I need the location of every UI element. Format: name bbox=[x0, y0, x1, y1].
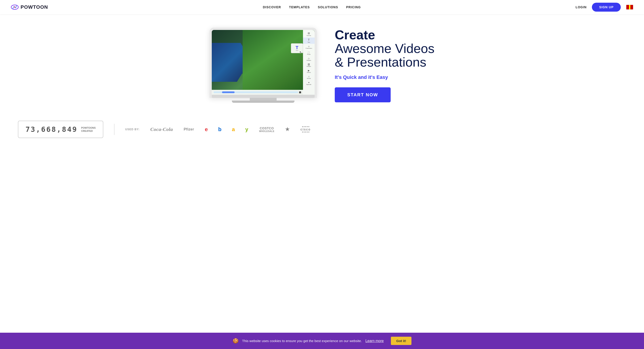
toolbar-scenes[interactable]: ⊞ Scenes bbox=[303, 31, 314, 37]
brand-cocacola: Coca‑Cola bbox=[150, 126, 173, 132]
toolbar-sound[interactable]: ♫ Sound bbox=[303, 74, 314, 80]
stats-counter-box: 73,668,849 POWTOONS CREATED bbox=[18, 121, 103, 138]
stats-divider bbox=[114, 124, 114, 135]
nav-links: DISCOVER TEMPLATES SOLUTIONS PRICING bbox=[263, 5, 361, 9]
toolbar-text[interactable]: T Text bbox=[303, 37, 314, 44]
logo[interactable]: POWTOON bbox=[11, 3, 48, 11]
toolbar-props[interactable]: ⬚ Props bbox=[303, 50, 314, 56]
nav-item-templates[interactable]: TEMPLATES bbox=[289, 5, 310, 9]
start-now-button[interactable]: START NOW bbox=[335, 87, 391, 102]
brand-logos: Coca‑Cola Pfizer ebay COSTCO WHOLESALE ★… bbox=[150, 126, 626, 132]
stats-bar: 73,668,849 POWTOONS CREATED USED BY: Coc… bbox=[0, 112, 644, 147]
login-button[interactable]: LOGIN bbox=[576, 5, 586, 9]
logo-icon bbox=[11, 3, 19, 11]
text-tool-icon: T bbox=[296, 45, 298, 50]
brand-ebay-2: b bbox=[218, 126, 222, 132]
editor-toolbar: ⊞ Scenes T Text ☺ Characters ⬚ Props bbox=[303, 30, 314, 95]
toolbar-shapes[interactable]: ◇ Shapes bbox=[303, 56, 314, 62]
brand-ebay-4: y bbox=[245, 126, 248, 132]
nav-actions: LOGIN SIGN UP bbox=[576, 3, 633, 12]
signup-button[interactable]: SIGN UP bbox=[592, 3, 621, 12]
toolbar-images[interactable]: 🖼 Images bbox=[303, 62, 314, 68]
hero-headline: Create Awesome Videos& Presentations bbox=[335, 28, 434, 69]
brand-starbucks: ★ bbox=[285, 126, 290, 132]
brand-ebay: e bbox=[205, 126, 208, 132]
laptop-mockup: T Text ↖ ⬛ ⊞ Scenes bbox=[210, 28, 317, 103]
nav-item-pricing[interactable]: PRICING bbox=[346, 5, 361, 9]
brand-ebay-3: a bbox=[232, 126, 235, 132]
timeline-bar: ⬛ bbox=[212, 90, 303, 95]
timeline-thumb bbox=[222, 91, 235, 93]
hero-text: Create Awesome Videos& Presentations It'… bbox=[335, 28, 434, 102]
stats-label-box: POWTOONS CREATED bbox=[81, 126, 96, 133]
nav-item-solutions[interactable]: SOLUTIONS bbox=[318, 5, 338, 9]
toolbar-specials[interactable]: ✦ Specials bbox=[303, 80, 314, 86]
hero-subtitle: It's Quick and it's Easy bbox=[335, 74, 434, 80]
logo-text: POWTOON bbox=[20, 4, 48, 10]
hero-section: T Text ↖ ⬛ ⊞ Scenes bbox=[0, 14, 644, 112]
toolbar-characters[interactable]: ☺ Characters bbox=[303, 44, 314, 50]
timeline-track bbox=[214, 91, 298, 93]
toolbar-videos[interactable]: ▶ Videos bbox=[303, 68, 314, 74]
brand-cisco-text: cisco bbox=[300, 128, 311, 131]
screen-content: T Text ↖ ⬛ bbox=[212, 30, 314, 95]
stats-label-line1: POWTOONS bbox=[81, 126, 96, 129]
svg-point-1 bbox=[14, 6, 16, 8]
stats-label-line2: CREATED bbox=[81, 129, 96, 132]
brand-cisco-dots: cisco bbox=[300, 126, 311, 132]
brand-costco: COSTCO WHOLESALE bbox=[259, 126, 274, 132]
language-flag[interactable] bbox=[626, 5, 633, 9]
nav-item-discover[interactable]: DISCOVER bbox=[263, 5, 281, 9]
main-nav: POWTOON DISCOVER TEMPLATES SOLUTIONS PRI… bbox=[0, 0, 644, 14]
used-by-label: USED BY: bbox=[125, 128, 140, 131]
brand-pfizer: Pfizer bbox=[184, 127, 194, 131]
text-tool-label: Text bbox=[296, 50, 298, 51]
mouse-cursor-icon: ↖ bbox=[300, 50, 302, 54]
powtoons-counter: 73,668,849 bbox=[26, 125, 78, 134]
